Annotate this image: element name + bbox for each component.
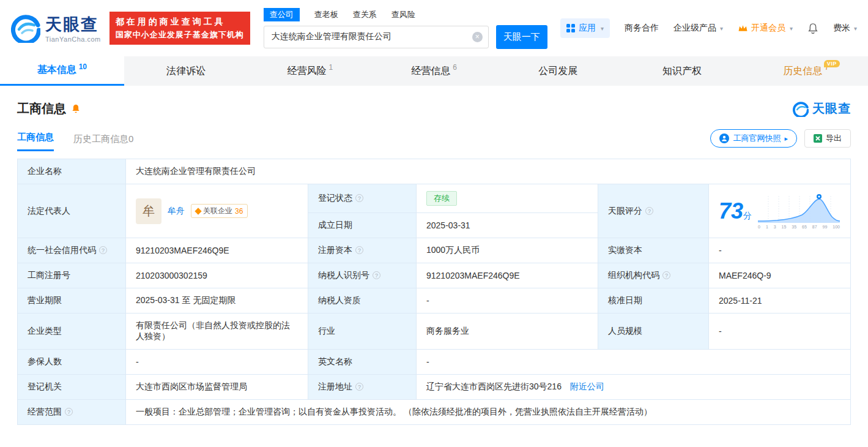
- help-icon[interactable]: [355, 383, 363, 391]
- tab-operating-risk[interactable]: 经营风险 1: [248, 56, 372, 86]
- nav-feimi[interactable]: 费米: [833, 23, 857, 34]
- row-legal-rep: 法定代表人 牟 牟舟 关联企业 36 登记状态: [18, 184, 851, 213]
- score-number: 73: [719, 198, 743, 224]
- slogan-line1: 都在用的商业查询工具: [116, 15, 244, 29]
- clear-search-icon[interactable]: [472, 32, 483, 42]
- tab-history-info[interactable]: 历史信息 7 VIP: [744, 56, 868, 86]
- row-insured-count: 参保人数 - 英文名称 -: [18, 350, 851, 375]
- label-org-code: 组织机构代码: [598, 263, 709, 288]
- label-tianyan-score: 天眼评分: [598, 184, 709, 238]
- legal-rep-name-link[interactable]: 牟舟: [168, 206, 185, 217]
- label-company-type: 企业类型: [18, 314, 126, 350]
- value-approval-date: 2025-11-21: [709, 288, 851, 314]
- logo-title: 天眼查: [45, 13, 101, 36]
- value-english-name: -: [417, 350, 851, 375]
- tab-intellectual-property[interactable]: 知识产权: [620, 56, 744, 86]
- notification-bell-icon[interactable]: [807, 23, 818, 34]
- value-staff-size: -: [709, 314, 851, 350]
- help-icon[interactable]: [373, 271, 380, 279]
- search-tab-boss[interactable]: 查老板: [314, 8, 338, 21]
- row-business-term: 营业期限 2025-03-31 至 无固定期限 纳税人资质 - 核准日期 202…: [18, 288, 851, 314]
- help-icon[interactable]: [99, 246, 107, 254]
- logo-subtitle: TianYanCha.com: [45, 36, 101, 43]
- subscribe-bell-icon[interactable]: [71, 103, 81, 114]
- tab-legal-litigation[interactable]: 法律诉讼: [124, 56, 248, 86]
- top-header: 天眼查 TianYanCha.com 都在用的商业查询工具 国家中小企业发展子基…: [0, 0, 868, 56]
- export-button[interactable]: 导出: [804, 129, 851, 148]
- value-legal-rep: 牟 牟舟 关联企业 36: [126, 184, 308, 238]
- nav-open-vip[interactable]: 开通会员: [738, 23, 793, 34]
- help-icon[interactable]: [662, 271, 670, 279]
- value-taxpayer-qualification: -: [417, 288, 598, 314]
- label-insured-count: 参保人数: [18, 350, 126, 375]
- search-tab-risk[interactable]: 查风险: [391, 8, 415, 21]
- label-reg-status: 登记状态: [308, 184, 417, 213]
- search-area: 查公司 查老板 查关系 查风险 天眼一下: [264, 8, 547, 49]
- value-establish-date: 2025-03-31: [417, 213, 598, 238]
- label-taxpayer-id: 纳税人识别号: [308, 263, 417, 288]
- related-companies-badge[interactable]: 关联企业 36: [191, 204, 248, 218]
- value-org-code: MAEF246Q-9: [709, 263, 851, 288]
- label-taxpayer-qualification: 纳税人资质: [308, 288, 417, 314]
- snapshot-person-icon: [719, 133, 729, 143]
- label-english-name: 英文名称: [308, 350, 417, 375]
- help-icon[interactable]: [355, 194, 363, 202]
- row-credit-code: 统一社会信用代码 91210203MAEF246Q9E 注册资本 1000万人民…: [18, 238, 851, 263]
- excel-icon: [814, 134, 822, 143]
- subtab-history-business-info[interactable]: 历史工商信息0: [73, 133, 133, 151]
- search-input[interactable]: [264, 26, 489, 48]
- nav-cooperation[interactable]: 商务合作: [625, 23, 659, 34]
- content-area: 工商信息 天眼查 工商信息 历史工商信息0: [0, 100, 868, 425]
- row-reg-authority: 登记机关 大连市西岗区市场监督管理局 注册地址 辽宁省大连市西岗区先进街30号2…: [18, 375, 851, 400]
- score-axis-labels: 01 315 3565 8799 100: [758, 225, 840, 229]
- value-reg-address: 辽宁省大连市西岗区先进街30号216 附近公司: [417, 375, 851, 400]
- help-icon[interactable]: [65, 408, 73, 416]
- row-business-scope: 经营范围 一般项目：企业总部管理；企业管理咨询；以自有资金从事投资活动。 （除依…: [18, 400, 851, 425]
- nearby-companies-link[interactable]: 附近公司: [570, 381, 604, 391]
- score-pin-icon: [817, 194, 822, 199]
- help-icon[interactable]: [355, 246, 363, 254]
- tab-business-info[interactable]: 经营信息 6: [372, 56, 496, 86]
- value-reg-number: 210203000302159: [126, 263, 308, 288]
- value-reg-authority: 大连市西岗区市场监督管理局: [126, 375, 308, 400]
- related-companies-icon: [195, 208, 201, 214]
- label-approval-date: 核准日期: [598, 288, 709, 314]
- tab-company-development[interactable]: 公司发展: [496, 56, 620, 86]
- row-company-name: 企业名称 大连统南企业管理有限责任公司: [18, 159, 851, 184]
- business-info-table: 企业名称 大连统南企业管理有限责任公司 法定代表人 牟 牟舟 关联企业 36: [17, 159, 851, 425]
- grid-icon: [566, 24, 575, 32]
- label-industry: 行业: [308, 314, 417, 350]
- value-credit-code: 91210203MAEF246Q9E: [126, 238, 308, 263]
- value-reg-capital: 1000万人民币: [417, 238, 598, 263]
- tab-basic-info[interactable]: 基本信息 10: [0, 56, 124, 86]
- label-paid-capital: 实缴资本: [598, 238, 709, 263]
- label-business-term: 营业期限: [18, 288, 126, 314]
- logo-wave-icon: [11, 13, 40, 43]
- subtab-business-info[interactable]: 工商信息: [17, 132, 54, 151]
- apps-menu[interactable]: 应用: [560, 18, 610, 38]
- label-reg-address: 注册地址: [308, 375, 417, 400]
- nav-enterprise[interactable]: 企业级产品: [673, 23, 723, 34]
- value-business-scope: 一般项目：企业总部管理；企业管理咨询；以自有资金从事投资活动。 （除依法须经批准…: [126, 400, 851, 425]
- search-button[interactable]: 天眼一下: [496, 25, 547, 49]
- value-company-type: 有限责任公司（非自然人投资或控股的法人独资）: [126, 314, 308, 350]
- search-tabs: 查公司 查老板 查关系 查风险: [264, 8, 547, 21]
- value-industry: 商务服务业: [417, 314, 598, 350]
- row-reg-number: 工商注册号 210203000302159 纳税人识别号 91210203MAE…: [18, 263, 851, 288]
- slogan-banner: 都在用的商业查询工具 国家中小企业发展子基金旗下机构: [109, 12, 250, 45]
- search-tab-company[interactable]: 查公司: [264, 8, 300, 21]
- legal-rep-avatar[interactable]: 牟: [136, 198, 161, 224]
- label-credit-code: 统一社会信用代码: [18, 238, 126, 263]
- value-tianyan-score: 73分: [709, 184, 851, 238]
- label-company-name: 企业名称: [18, 159, 126, 184]
- brand-watermark: 天眼查: [793, 100, 851, 117]
- search-tab-relation[interactable]: 查关系: [353, 8, 377, 21]
- tianyancha-logo[interactable]: 天眼查 TianYanCha.com: [11, 13, 101, 43]
- label-reg-capital: 注册资本: [308, 238, 417, 263]
- official-snapshot-button[interactable]: 工商官网快照: [710, 129, 797, 148]
- crown-icon: [738, 24, 748, 32]
- help-icon[interactable]: [645, 207, 653, 215]
- value-insured-count: -: [126, 350, 308, 375]
- score-distribution-chart: 01 315 3565 8799 100: [758, 193, 840, 229]
- section-title: 工商信息: [17, 100, 66, 117]
